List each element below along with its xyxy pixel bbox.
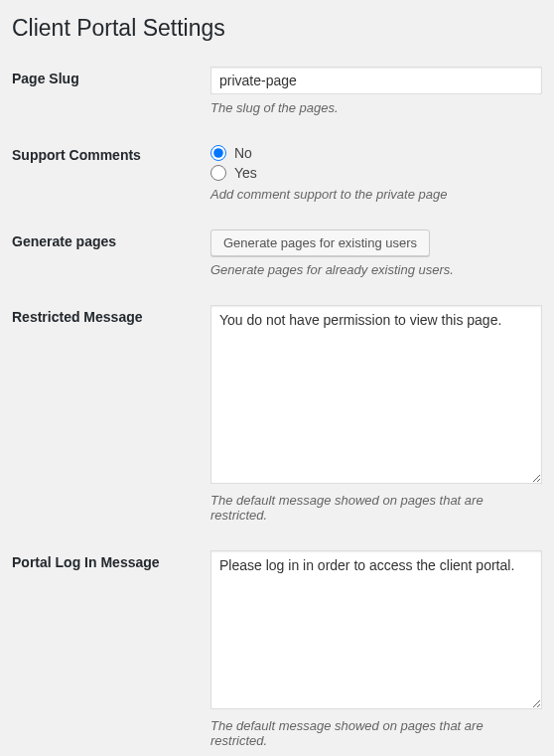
generate-pages-button[interactable]: Generate pages for existing users bbox=[210, 229, 430, 256]
row-page-slug: Page Slug The slug of the pages. bbox=[12, 67, 542, 115]
field-restricted-message: You do not have permission to view this … bbox=[210, 305, 542, 523]
support-comments-radio-group: No Yes bbox=[210, 145, 542, 181]
login-message-description: The default message showed on pages that… bbox=[210, 718, 542, 748]
radio-no[interactable] bbox=[210, 145, 226, 161]
radio-yes-label: Yes bbox=[234, 165, 257, 181]
row-generate-pages: Generate pages Generate pages for existi… bbox=[12, 229, 542, 277]
support-comments-description: Add comment support to the private page bbox=[210, 187, 542, 202]
field-support-comments: No Yes Add comment support to the privat… bbox=[210, 143, 542, 202]
page-title: Client Portal Settings bbox=[12, 10, 542, 47]
radio-no-label: No bbox=[234, 145, 252, 161]
radio-item-no[interactable]: No bbox=[210, 145, 542, 161]
label-support-comments: Support Comments bbox=[12, 143, 210, 163]
login-message-textarea[interactable]: Please log in in order to access the cli… bbox=[210, 550, 542, 709]
restricted-message-description: The default message showed on pages that… bbox=[210, 493, 542, 523]
generate-pages-description: Generate pages for already existing user… bbox=[210, 262, 542, 277]
radio-item-yes[interactable]: Yes bbox=[210, 165, 542, 181]
page-slug-input[interactable] bbox=[210, 67, 542, 94]
label-login-message: Portal Log In Message bbox=[12, 550, 210, 570]
row-support-comments: Support Comments No Yes Add comment supp… bbox=[12, 143, 542, 202]
label-page-slug: Page Slug bbox=[12, 67, 210, 86]
field-page-slug: The slug of the pages. bbox=[210, 67, 542, 115]
row-restricted-message: Restricted Message You do not have permi… bbox=[12, 305, 542, 523]
row-login-message: Portal Log In Message Please log in in o… bbox=[12, 550, 542, 748]
radio-yes[interactable] bbox=[210, 165, 226, 181]
field-generate-pages: Generate pages for existing users Genera… bbox=[210, 229, 542, 277]
field-login-message: Please log in in order to access the cli… bbox=[210, 550, 542, 748]
restricted-message-textarea[interactable]: You do not have permission to view this … bbox=[210, 305, 542, 484]
settings-form: Page Slug The slug of the pages. Support… bbox=[12, 67, 542, 748]
page-slug-description: The slug of the pages. bbox=[210, 100, 542, 115]
label-restricted-message: Restricted Message bbox=[12, 305, 210, 325]
label-generate-pages: Generate pages bbox=[12, 229, 210, 249]
